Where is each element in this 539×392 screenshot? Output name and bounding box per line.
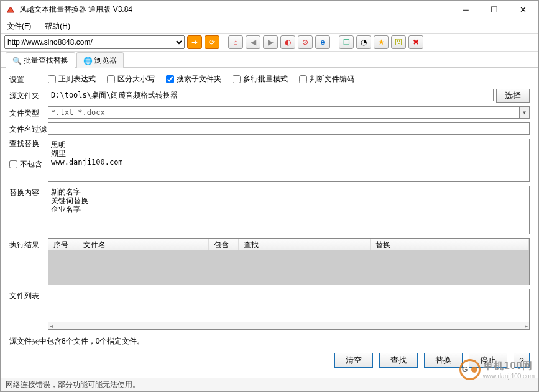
scroll-right-icon[interactable]: ▸: [525, 322, 528, 329]
forward-icon[interactable]: ▶: [263, 35, 278, 49]
maximize-button[interactable]: ☐: [480, 1, 509, 19]
result-grid[interactable]: 序号 文件名 包含 查找 替换: [48, 238, 530, 285]
find-textarea[interactable]: [48, 139, 530, 182]
cancel-icon[interactable]: ⊘: [298, 35, 313, 49]
toolbar: http://www.sino8848.com/ ➔ ⟳ ⌂ ◀ ▶ ◐ ⊘ e…: [1, 33, 538, 52]
col-filename[interactable]: 文件名: [78, 239, 209, 250]
form-panel: 设置 正则表达式 区分大小写 搜索子文件夹 多行批量模式 判断文件编码 源文件夹…: [1, 68, 538, 330]
tab-batch-replace[interactable]: 🔍 批量查找替换: [6, 52, 75, 68]
col-contains[interactable]: 包含: [209, 239, 239, 250]
watermark-sub: www.danji100.com: [483, 373, 535, 380]
menu-file[interactable]: 文件(F): [4, 20, 34, 33]
settings-checks: 正则表达式 区分大小写 搜索子文件夹 多行批量模式 判断文件编码: [48, 73, 354, 84]
tab-label: 浏览器: [94, 55, 117, 66]
check-multiline[interactable]: 多行批量模式: [233, 74, 288, 84]
home-icon[interactable]: ⌂: [228, 35, 243, 49]
srcfolder-input[interactable]: [48, 89, 494, 101]
copy-icon[interactable]: ❐: [339, 35, 354, 49]
grid-body: [48, 251, 529, 285]
title-bar: 风越文本批量替换器 通用版 V3.84 ─ ☐ ✕: [1, 1, 538, 19]
label-settings: 设置: [9, 73, 48, 85]
go-icon[interactable]: ➔: [187, 35, 202, 49]
stop-nav-icon[interactable]: ◐: [280, 35, 295, 49]
globe-icon: 🌐: [83, 57, 92, 65]
chevron-down-icon[interactable]: ▾: [519, 107, 529, 118]
label-srcfolder: 源文件夹: [9, 89, 48, 101]
status-text: 网络连接错误，部分功能可能无法使用。: [6, 380, 140, 390]
app-icon: [6, 5, 16, 15]
status-bar: 网络连接错误，部分功能可能无法使用。: [1, 378, 538, 391]
col-find[interactable]: 查找: [239, 239, 371, 250]
delete-icon[interactable]: ✖: [408, 35, 423, 49]
col-replace[interactable]: 替换: [371, 239, 529, 250]
settings-icon[interactable]: ◔: [356, 35, 371, 49]
scroll-left-icon[interactable]: ◂: [50, 322, 53, 329]
watermark-logo-icon: G: [459, 359, 481, 380]
ie-icon[interactable]: e: [315, 35, 330, 49]
address-combo[interactable]: http://www.sino8848.com/: [4, 35, 185, 49]
select-folder-button[interactable]: 选择: [496, 89, 530, 103]
tabs: 🔍 批量查找替换 🌐 浏览器: [1, 52, 538, 68]
grid-header: 序号 文件名 包含 查找 替换: [48, 239, 529, 251]
label-result: 执行结果: [9, 238, 48, 250]
tab-label: 批量查找替换: [24, 55, 68, 66]
label-filelist: 文件列表: [9, 289, 48, 301]
close-button[interactable]: ✕: [509, 1, 537, 19]
scrollbar-horizontal[interactable]: ◂▸: [48, 322, 529, 329]
check-subfolder[interactable]: 搜索子文件夹: [166, 74, 221, 84]
button-bar: 清空 查找 替换 停止 ?: [1, 349, 538, 374]
filetype-combo[interactable]: *.txt *.docx ▾: [48, 106, 530, 119]
watermark-text: 单机100网: [483, 360, 535, 373]
replace-button[interactable]: 替换: [424, 353, 463, 368]
check-case[interactable]: 区分大小写: [107, 74, 155, 84]
filename-filter-input[interactable]: [48, 122, 530, 135]
label-filter: 文件名过滤: [9, 122, 48, 135]
label-filetype: 文件类型: [9, 106, 48, 119]
label-replacecontent: 替换内容: [9, 186, 48, 198]
menu-help[interactable]: 帮助(H): [42, 20, 73, 33]
search-icon: 🔍: [12, 57, 21, 65]
key-icon[interactable]: ⚿: [391, 35, 406, 49]
summary-text: 源文件夹中包含8个文件，0个指定文件。: [1, 334, 538, 349]
label-findreplace: 查找替换: [9, 139, 39, 148]
clear-button[interactable]: 清空: [334, 353, 373, 368]
check-encoding[interactable]: 判断文件编码: [299, 74, 354, 84]
minimize-button[interactable]: ─: [451, 1, 480, 19]
tab-browser[interactable]: 🌐 浏览器: [76, 52, 124, 68]
file-list[interactable]: ◂▸: [48, 289, 530, 330]
replace-textarea[interactable]: [48, 186, 530, 234]
menu-bar: 文件(F) 帮助(H): [1, 19, 538, 33]
favorite-icon[interactable]: ★: [374, 35, 389, 49]
check-regex[interactable]: 正则表达式: [48, 74, 96, 84]
watermark: G 单机100网 www.danji100.com: [459, 359, 535, 380]
back-icon[interactable]: ◀: [246, 35, 260, 49]
refresh-icon[interactable]: ⟳: [205, 35, 219, 49]
find-button[interactable]: 查找: [379, 353, 418, 368]
check-notinclude[interactable]: 不包含: [9, 158, 48, 170]
col-index[interactable]: 序号: [48, 239, 78, 250]
window-title: 风越文本批量替换器 通用版 V3.84: [19, 4, 451, 15]
